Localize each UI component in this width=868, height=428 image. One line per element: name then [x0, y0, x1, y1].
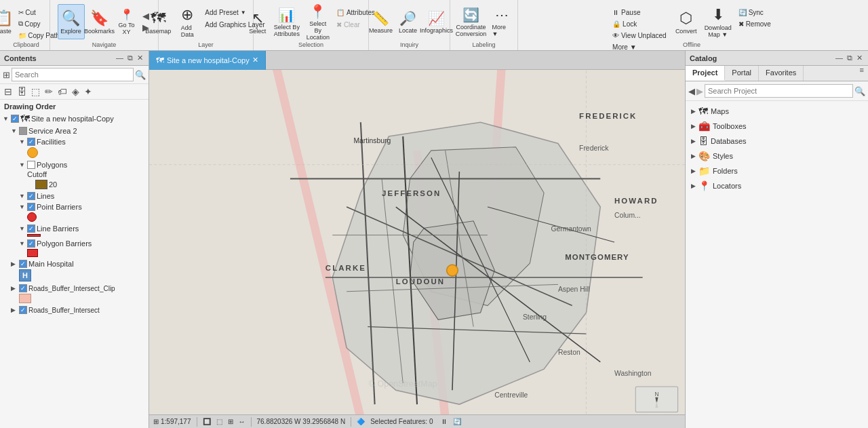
add-data-button[interactable]: ⊕ AddData [174, 4, 201, 39]
map-tab[interactable]: 🗺 Site a new hospital-Copy ✕ [149, 51, 266, 70]
more-labeling-button[interactable]: ⋯ More ▼ [490, 4, 514, 39]
layer-item-point-barriers[interactable]: ▼ Point Barriers [0, 201, 149, 223]
check-point-barriers[interactable] [27, 203, 35, 211]
layer-name-roads-buffer: Roads_Buffer_Intersect [28, 307, 146, 314]
check-line-barriers[interactable] [27, 225, 35, 233]
catalog-tab-project[interactable]: Project [686, 66, 725, 81]
map-canvas[interactable]: Martinsburg FREDERICK Frederick JEFFERSO… [149, 70, 685, 414]
catalog-search-box[interactable] [705, 84, 853, 98]
check-facilities[interactable] [27, 138, 35, 146]
scale-item: ⊞ 1:597,177 [153, 418, 191, 425]
explore-button[interactable]: 🔍 Explore [58, 4, 85, 39]
layer-view-icon[interactable]: ⊟ [3, 85, 14, 98]
layer-item-main-hospital[interactable]: ▶ Main Hospital H [0, 258, 149, 283]
locate-button[interactable]: 🔎 Locate [396, 4, 420, 39]
paste-button[interactable]: 📋 Paste [0, 4, 16, 39]
bookmarks-icon: 🔖 [90, 9, 108, 27]
check-main-hospital[interactable] [19, 260, 27, 268]
svg-text:Washington: Washington [614, 370, 652, 378]
catalog-item-locators[interactable]: ▶ 📍 Locators [686, 178, 868, 193]
goto-icon: 📍 [120, 8, 134, 21]
edit-icon[interactable]: ✏ [43, 85, 54, 98]
measure-button[interactable]: 📏 Measure [368, 4, 395, 39]
contents-minimize-button[interactable]: — [115, 54, 125, 62]
goto-xy-button[interactable]: 📍 Go To XY [115, 4, 139, 39]
snap-icon[interactable]: ✦ [83, 85, 94, 98]
catalog-tab-portal[interactable]: Portal [725, 66, 759, 81]
lock-button[interactable]: 🔒 Lock [610, 18, 669, 29]
convert-button[interactable]: ⬡ Convert [673, 4, 700, 39]
clipboard-label: Clipboard [13, 41, 39, 48]
layer-item-polygon-barriers[interactable]: ▼ Polygon Barriers [0, 238, 149, 258]
svg-text:LOUDOUN: LOUDOUN [396, 277, 445, 286]
select-by-attributes-button[interactable]: 📊 Select ByAttributes [272, 4, 302, 39]
contents-close-button[interactable]: ✕ [136, 54, 144, 62]
basemap-button[interactable]: 🗺 Basemap [144, 4, 172, 39]
check-root[interactable] [11, 115, 19, 123]
check-sa2[interactable] [19, 127, 27, 135]
catalog-forward-button[interactable]: ▶ [696, 86, 703, 96]
catalog-minimize-button[interactable]: — [834, 54, 844, 62]
infographics-button[interactable]: 📈 Infographics [422, 4, 452, 39]
layer-item-root[interactable]: ▼ 🗺 Site a new hospital-Copy [0, 112, 149, 125]
remove-button[interactable]: ✖ Remove [736, 18, 773, 29]
facilities-symbol-row [0, 147, 149, 159]
catalog-search-icon[interactable]: 🔍 [854, 86, 865, 96]
pause-button[interactable]: ⏸ Pause [610, 7, 669, 18]
catalog-item-maps[interactable]: ▶ 🗺 Maps [686, 104, 868, 119]
databases-folder-icon: 🗄 [698, 136, 708, 147]
status-icons-2[interactable]: ⬚ [216, 418, 222, 425]
svg-text:CLARKE: CLARKE [326, 264, 366, 272]
coordinate-conversion-button[interactable]: 🔄 CoordinateConversion [454, 4, 488, 39]
status-icons-1[interactable]: 🔲 [203, 418, 211, 425]
contents-search-box[interactable] [12, 68, 134, 81]
sync-button[interactable]: 🔄 Sync [736, 7, 773, 18]
svg-text:JEFFERSON: JEFFERSON [382, 189, 441, 197]
catalog-search-input[interactable] [708, 87, 850, 95]
database-icon[interactable]: 🗄 [16, 85, 28, 98]
contents-search-input[interactable] [15, 71, 130, 79]
catalog-item-folders[interactable]: ▶ 📁 Folders [686, 163, 868, 178]
check-roads-clip[interactable] [19, 284, 27, 292]
layer-row-facilities: ▼ Facilities [0, 137, 149, 147]
catalog-item-toolboxes[interactable]: ▶ 🧰 Toolboxes [686, 119, 868, 134]
labeling-icon[interactable]: 🏷 [56, 85, 68, 98]
layer-item-lines[interactable]: ▼ Lines [0, 191, 149, 201]
catalog-item-styles[interactable]: ▶ 🎨 Styles [686, 149, 868, 163]
map-tab-close-button[interactable]: ✕ [252, 56, 258, 64]
refresh-status-button[interactable]: 🔄 [453, 418, 461, 425]
symbol-icon[interactable]: ◈ [71, 85, 81, 98]
check-polygon-barriers[interactable] [27, 239, 35, 248]
check-roads-buffer[interactable] [19, 306, 27, 314]
selected-icon: 🔷 [357, 418, 365, 425]
layer-item-line-barriers[interactable]: ▼ Line Barriers [0, 223, 149, 238]
pause-label: Pause [621, 9, 640, 16]
status-icons-3[interactable]: ⊞ [228, 418, 233, 425]
layer-item-sa2[interactable]: ▼ Service Area 2 [0, 125, 149, 136]
layer-item-roads-clip[interactable]: ▶ Roads_Buffer_Intersect_Clip [0, 283, 149, 305]
catalog-tab-favorites[interactable]: Favorites [759, 66, 804, 81]
bookmarks-button[interactable]: 🔖 Bookmarks [86, 4, 113, 39]
layer-name-main-hospital: Main Hospital [28, 260, 146, 268]
catalog-close-button[interactable]: ✕ [855, 54, 864, 62]
paste-label: Paste [0, 28, 12, 35]
select-button[interactable]: ↖ Select [245, 4, 271, 39]
select-by-location-button[interactable]: 📍 Select ByLocation [303, 4, 333, 39]
layer-item-polygons[interactable]: ▼ Polygons Cutoff 20 [0, 159, 149, 191]
check-lines[interactable] [27, 192, 35, 200]
svg-text:Frederick: Frederick [579, 144, 609, 152]
catalog-item-databases[interactable]: ▶ 🗄 Databases [686, 134, 868, 149]
check-polygons[interactable] [27, 161, 35, 169]
view-unplaced-button[interactable]: 👁 View Unplaced [610, 30, 669, 41]
contents-float-button[interactable]: ⧉ [126, 54, 134, 62]
download-map-button[interactable]: ⬇ DownloadMap ▼ [701, 4, 735, 39]
status-icons-4[interactable]: ↔ [239, 418, 245, 425]
catalog-float-button[interactable]: ⧉ [846, 54, 854, 62]
layer-item-roads-buffer[interactable]: ▶ Roads_Buffer_Intersect [0, 305, 149, 315]
catalog-back-button[interactable]: ◀ [688, 86, 695, 96]
layer-toggle-icon[interactable]: ⬚ [30, 85, 41, 98]
catalog-options-button[interactable]: ≡ [859, 66, 865, 81]
layer-item-facilities[interactable]: ▼ Facilities [0, 136, 149, 159]
pause-status-button[interactable]: ⏸ [441, 418, 448, 425]
map-area: 🗺 Site a new hospital-Copy ✕ [149, 51, 685, 428]
